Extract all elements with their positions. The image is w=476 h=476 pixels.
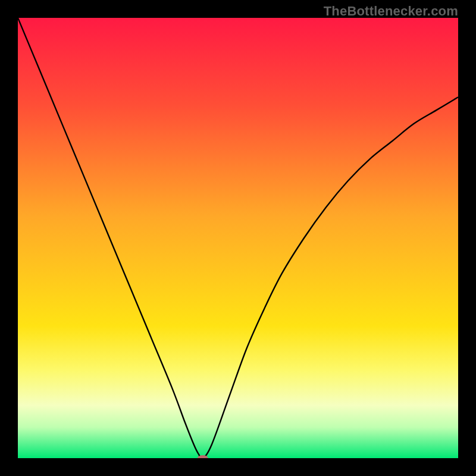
plot-area: [18, 18, 458, 458]
gradient-background: [18, 18, 458, 458]
chart-frame: TheBottlenecker.com: [0, 0, 476, 476]
credit-text: TheBottlenecker.com: [324, 4, 458, 19]
chart-svg: [18, 18, 458, 458]
